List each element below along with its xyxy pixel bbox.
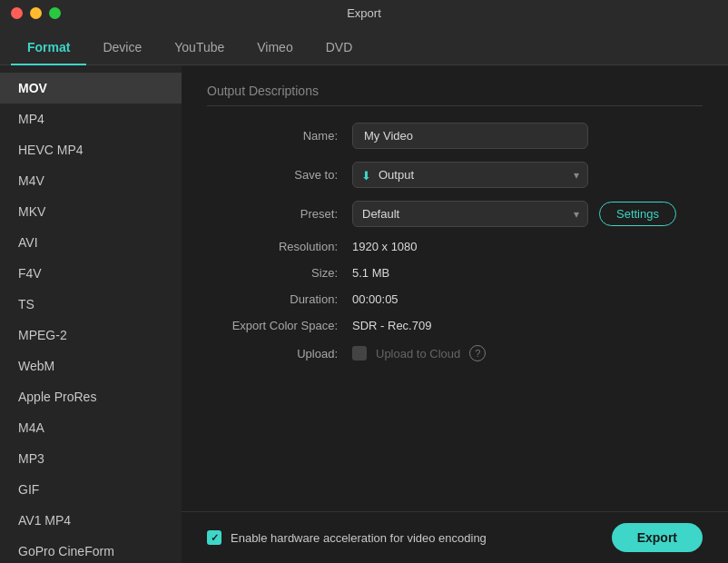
- bottom-bar: ✓ Enable hardware acceleration for video…: [182, 511, 728, 563]
- hw-accel-label: Enable hardware acceleration for video e…: [231, 531, 487, 545]
- sidebar-item-f4v[interactable]: F4V: [0, 258, 182, 289]
- sidebar-item-mov[interactable]: MOV: [0, 73, 182, 104]
- resolution-label: Resolution:: [207, 240, 352, 253]
- name-input[interactable]: [352, 123, 588, 149]
- output-descriptions-panel: Output Descriptions Name: Save to: ⬇ Out…: [182, 65, 728, 511]
- size-value: 5.1 MB: [352, 266, 389, 280]
- window-title: Export: [347, 6, 381, 20]
- save-to-select[interactable]: Output: [352, 162, 588, 188]
- save-to-label: Save to:: [207, 168, 352, 182]
- sidebar-item-gopro-cineform[interactable]: GoPro CineForm: [0, 536, 182, 563]
- sidebar-item-apple-prores[interactable]: Apple ProRes: [0, 381, 182, 412]
- tab-dvd[interactable]: DVD: [310, 31, 369, 65]
- tab-vimeo[interactable]: Vimeo: [241, 31, 309, 65]
- hw-accel-wrap: ✓ Enable hardware acceleration for video…: [207, 530, 487, 545]
- export-button[interactable]: Export: [612, 523, 703, 552]
- main-content: MOV MP4 HEVC MP4 M4V MKV AVI F4V TS MPEG…: [0, 65, 728, 563]
- size-row: Size: 5.1 MB: [207, 266, 703, 280]
- settings-button[interactable]: Settings: [599, 202, 676, 226]
- save-to-select-wrap: ⬇ Output ▾: [352, 162, 588, 188]
- hw-accel-checkbox[interactable]: ✓: [207, 530, 221, 545]
- section-title: Output Descriptions: [207, 84, 703, 106]
- resolution-row: Resolution: 1920 x 1080: [207, 240, 703, 253]
- tab-youtube[interactable]: YouTube: [158, 31, 241, 65]
- sidebar-item-mp3[interactable]: MP3: [0, 443, 182, 474]
- upload-to-cloud-label: Upload to Cloud: [376, 347, 460, 361]
- minimize-button[interactable]: [30, 7, 42, 19]
- sidebar-item-mp4[interactable]: MP4: [0, 104, 182, 134]
- duration-value: 00:00:05: [352, 292, 398, 306]
- save-to-row: Save to: ⬇ Output ▾: [207, 162, 703, 188]
- folder-icon: ⬇: [361, 168, 371, 182]
- tab-device[interactable]: Device: [86, 31, 158, 65]
- duration-row: Duration: 00:00:05: [207, 292, 703, 306]
- tabbar: Format Device YouTube Vimeo DVD: [0, 25, 728, 65]
- name-label: Name:: [207, 129, 352, 143]
- color-space-row: Export Color Space: SDR - Rec.709: [207, 319, 703, 332]
- preset-select-wrap: Default ▾: [352, 201, 588, 227]
- form-grid: Name: Save to: ⬇ Output ▾ P: [207, 123, 703, 493]
- upload-checkbox[interactable]: [352, 346, 367, 361]
- preset-label: Preset:: [207, 207, 352, 221]
- sidebar-item-hevc-mp4[interactable]: HEVC MP4: [0, 134, 182, 165]
- sidebar-item-avi[interactable]: AVI: [0, 227, 182, 258]
- duration-label: Duration:: [207, 292, 352, 306]
- sidebar-item-m4v[interactable]: M4V: [0, 165, 182, 196]
- resolution-value: 1920 x 1080: [352, 240, 418, 253]
- help-icon[interactable]: ?: [469, 345, 486, 361]
- upload-row: Upload: Upload to Cloud ?: [207, 345, 703, 361]
- titlebar: Export: [0, 0, 728, 25]
- format-sidebar: MOV MP4 HEVC MP4 M4V MKV AVI F4V TS MPEG…: [0, 65, 182, 563]
- sidebar-item-gif[interactable]: GIF: [0, 474, 182, 505]
- sidebar-item-mkv[interactable]: MKV: [0, 196, 182, 227]
- name-row: Name:: [207, 123, 703, 149]
- color-space-label: Export Color Space:: [207, 319, 352, 332]
- upload-label: Upload:: [207, 347, 352, 361]
- sidebar-item-mpeg2[interactable]: MPEG-2: [0, 320, 182, 351]
- upload-wrap: Upload to Cloud ?: [352, 345, 486, 361]
- close-button[interactable]: [11, 7, 23, 19]
- sidebar-item-webm[interactable]: WebM: [0, 351, 182, 381]
- color-space-value: SDR - Rec.709: [352, 319, 431, 332]
- sidebar-item-ts[interactable]: TS: [0, 289, 182, 320]
- preset-row: Preset: Default ▾ Settings: [207, 201, 703, 227]
- checkmark-icon: ✓: [211, 532, 219, 544]
- sidebar-item-av1-mp4[interactable]: AV1 MP4: [0, 505, 182, 536]
- maximize-button[interactable]: [49, 7, 61, 19]
- size-label: Size:: [207, 266, 352, 280]
- window-controls[interactable]: [11, 7, 61, 19]
- tab-format[interactable]: Format: [11, 31, 86, 65]
- sidebar-item-m4a[interactable]: M4A: [0, 412, 182, 443]
- preset-select[interactable]: Default: [352, 201, 588, 227]
